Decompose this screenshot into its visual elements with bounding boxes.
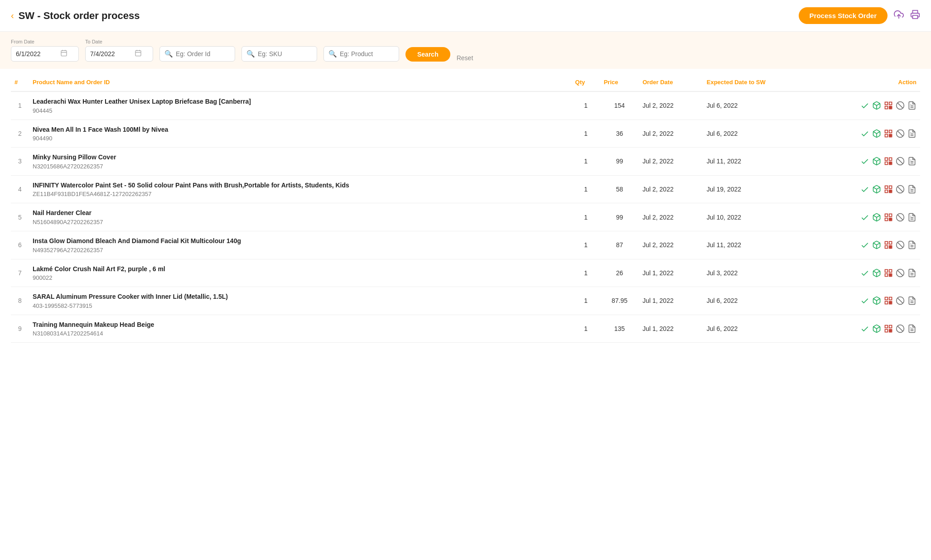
action-cancel-icon[interactable]: [896, 240, 905, 249]
filter-bar: From Date To Date: [0, 32, 931, 69]
action-cancel-icon[interactable]: [896, 129, 905, 138]
action-cancel-icon[interactable]: [896, 324, 905, 333]
cell-product: Minky Nursing Pillow Cover N32015686A272…: [29, 148, 572, 176]
product-name: Leaderachi Wax Hunter Leather Unisex Lap…: [33, 97, 568, 106]
svg-rect-87: [891, 275, 892, 277]
action-cancel-icon[interactable]: [896, 101, 905, 110]
to-date-input[interactable]: [90, 50, 131, 57]
back-button[interactable]: ‹: [11, 10, 14, 21]
action-qr-icon[interactable]: [884, 213, 893, 222]
from-date-calendar-icon: [60, 49, 68, 58]
action-document-icon[interactable]: [907, 324, 917, 333]
action-check-icon[interactable]: [860, 129, 869, 138]
svg-rect-39: [891, 163, 892, 165]
search-button[interactable]: Search: [405, 47, 450, 62]
action-document-icon[interactable]: [907, 240, 917, 249]
order-id-input[interactable]: [176, 50, 230, 57]
action-check-icon[interactable]: [860, 268, 869, 278]
cell-product: SARAL Aluminum Pressure Cooker with Inne…: [29, 287, 572, 315]
action-qr-icon[interactable]: [884, 240, 893, 249]
cell-num: 6: [11, 231, 29, 259]
action-document-icon[interactable]: [907, 185, 917, 194]
svg-rect-49: [885, 190, 888, 193]
action-check-icon[interactable]: [860, 157, 869, 166]
action-box-icon[interactable]: [872, 157, 881, 166]
svg-rect-77: [891, 246, 892, 247]
order-id-search-wrap[interactable]: 🔍: [159, 46, 235, 62]
svg-rect-71: [885, 242, 888, 244]
action-qr-icon[interactable]: [884, 324, 893, 333]
sku-search-wrap[interactable]: 🔍: [241, 46, 317, 62]
process-stock-order-button[interactable]: Process Stock Order: [799, 7, 888, 24]
action-cancel-icon[interactable]: [896, 157, 905, 166]
action-box-icon[interactable]: [872, 101, 881, 110]
svg-rect-2: [61, 51, 67, 56]
cell-product: Insta Glow Diamond Bleach And Diamond Fa…: [29, 231, 572, 259]
action-box-icon[interactable]: [872, 129, 881, 138]
from-date-input-wrap[interactable]: [11, 46, 79, 62]
action-qr-icon[interactable]: [884, 157, 893, 166]
svg-rect-38: [889, 162, 891, 163]
action-box-icon[interactable]: [872, 213, 881, 222]
upload-button[interactable]: [894, 10, 904, 22]
svg-line-55: [897, 187, 903, 192]
product-name: Minky Nursing Pillow Cover: [33, 153, 568, 162]
action-check-icon[interactable]: [860, 185, 869, 194]
action-qr-icon[interactable]: [884, 185, 893, 194]
action-box-icon[interactable]: [872, 296, 881, 305]
action-document-icon[interactable]: [907, 157, 917, 166]
print-button[interactable]: [910, 10, 920, 22]
cell-num: 7: [11, 259, 29, 287]
cell-expected-date: Jul 6, 2022: [703, 315, 814, 343]
col-header-qty: Qty: [572, 73, 600, 91]
action-check-icon[interactable]: [860, 213, 869, 222]
col-header-action: Action: [814, 73, 920, 91]
action-cancel-icon[interactable]: [896, 213, 905, 222]
action-document-icon[interactable]: [907, 101, 917, 110]
svg-line-67: [897, 215, 903, 220]
svg-rect-47: [885, 186, 888, 189]
action-cancel-icon[interactable]: [896, 268, 905, 278]
action-box-icon[interactable]: [872, 185, 881, 194]
order-id-search-icon: 🔍: [164, 50, 173, 58]
action-check-icon[interactable]: [860, 296, 869, 305]
action-box-icon[interactable]: [872, 240, 881, 249]
cell-expected-date: Jul 10, 2022: [703, 203, 814, 231]
action-qr-icon[interactable]: [884, 268, 893, 278]
action-document-icon[interactable]: [907, 268, 917, 278]
action-check-icon[interactable]: [860, 101, 869, 110]
action-document-icon[interactable]: [907, 129, 917, 138]
action-document-icon[interactable]: [907, 296, 917, 305]
action-box-icon[interactable]: [872, 268, 881, 278]
from-date-input[interactable]: [16, 50, 57, 57]
from-date-group: From Date: [11, 39, 79, 62]
svg-rect-11: [885, 102, 888, 105]
cell-actions: [814, 175, 920, 203]
svg-rect-73: [885, 246, 888, 249]
action-qr-icon[interactable]: [884, 296, 893, 305]
cell-order-date: Jul 1, 2022: [639, 259, 703, 287]
svg-rect-101: [891, 302, 892, 303]
to-date-input-wrap[interactable]: [85, 46, 153, 62]
action-box-icon[interactable]: [872, 324, 881, 333]
action-check-icon[interactable]: [860, 240, 869, 249]
action-cancel-icon[interactable]: [896, 296, 905, 305]
action-qr-icon[interactable]: [884, 101, 893, 110]
upload-icon: [894, 10, 904, 19]
action-qr-icon[interactable]: [884, 129, 893, 138]
action-check-icon[interactable]: [860, 324, 869, 333]
cell-expected-date: Jul 6, 2022: [703, 287, 814, 315]
cell-num: 4: [11, 175, 29, 203]
svg-rect-60: [889, 214, 892, 216]
action-document-icon[interactable]: [907, 213, 917, 222]
svg-rect-15: [891, 108, 892, 109]
product-name: INFINITY Watercolor Paint Set - 50 Solid…: [33, 181, 568, 190]
sku-input[interactable]: [258, 50, 312, 57]
reset-button[interactable]: Reset: [457, 54, 473, 62]
table-row: 3 Minky Nursing Pillow Cover N32015686A2…: [11, 148, 920, 176]
product-input[interactable]: [340, 50, 394, 57]
product-name: Insta Glow Diamond Bleach And Diamond Fa…: [33, 237, 568, 246]
product-search-wrap[interactable]: 🔍: [323, 46, 399, 62]
action-cancel-icon[interactable]: [896, 185, 905, 194]
from-date-label: From Date: [11, 39, 79, 44]
